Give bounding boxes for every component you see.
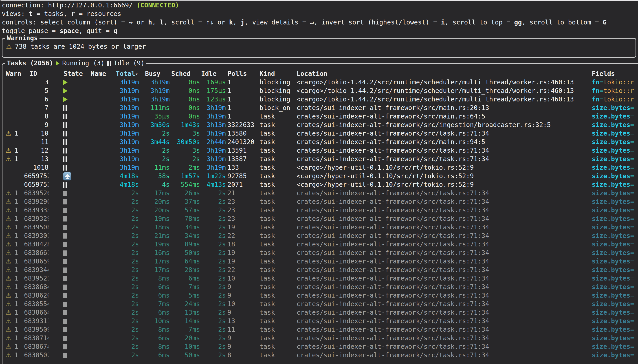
task-row[interactable]: 83h19m35µs0ns3h19m1taskcrates/sui-indexe… — [2, 112, 638, 121]
field-equals: = — [630, 121, 634, 128]
task-row[interactable]: ⚠︎168386592s17ms64ms2s19taskcrates/sui-i… — [2, 257, 638, 266]
stopped-icon — [63, 319, 67, 324]
task-row[interactable]: ⚠︎168386612s16ms50ms2s19taskcrates/sui-i… — [2, 249, 638, 257]
column-header-idle[interactable]: Idle — [201, 70, 217, 78]
help-header: connection: http://127.0.0.1:6669/ (CONN… — [2, 1, 606, 35]
cell-idle: 2s — [200, 274, 226, 283]
column-header-sched[interactable]: Sched — [171, 70, 190, 78]
cell-fields: size.bytes= — [592, 172, 638, 180]
task-row[interactable]: 66597524m18s58s1m57s1m22s92785task<cargo… — [2, 172, 638, 180]
column-header-warn[interactable]: Warn — [6, 70, 21, 78]
column-header-state[interactable]: State — [64, 70, 83, 78]
task-row[interactable]: 66597534m18s4s554ms4m13s2071task<cargo>/… — [2, 180, 638, 189]
task-row[interactable]: ⚠︎168392902s20ms37ms2s23taskcrates/sui-i… — [2, 198, 638, 206]
duration-total: 2s — [131, 258, 139, 265]
task-row[interactable]: ⚠︎168393292s19ms78ms2s23taskcrates/sui-i… — [2, 214, 638, 223]
task-row[interactable]: 93h19m3m30s1m43s3h13m3322633taskcrates/s… — [2, 121, 638, 129]
column-header-kind[interactable]: Kind — [260, 70, 275, 78]
warn-count: 1 — [14, 283, 18, 291]
cell-state — [48, 283, 76, 291]
cell-warn: ⚠︎1 — [2, 326, 24, 334]
cell-sched: 554ms — [170, 180, 200, 189]
cell-kind: task — [260, 266, 296, 274]
column-header-id[interactable]: ID — [30, 70, 37, 78]
task-row[interactable]: ⚠︎168393332s20ms57ms2s23taskcrates/sui-i… — [2, 206, 638, 214]
task-row[interactable]: ⚠︎168395212s8ms6ms2s10taskcrates/sui-ind… — [2, 274, 638, 283]
task-row[interactable]: ⚠︎168386262s6ms5ms2s9taskcrates/sui-inde… — [2, 291, 638, 300]
field-key: size.bytes — [592, 190, 630, 197]
task-row[interactable]: 33h19m3h19m0ns169µs1blocking<cargo>/toki… — [2, 78, 638, 86]
task-row[interactable]: 10183h19m11ms2ms3h19m133task<cargo>/hype… — [2, 163, 638, 172]
duration-total: 2s — [131, 206, 139, 214]
cell-state — [48, 146, 76, 155]
stopped-icon — [63, 191, 67, 196]
cell-fields: size.bytes= — [592, 198, 638, 206]
field-key: size.bytes — [592, 130, 630, 137]
task-row[interactable]: ⚠︎168385542s7ms24ms2s10taskcrates/sui-in… — [2, 300, 638, 308]
duration-total: 3h19m — [120, 121, 139, 128]
warn-count: 1 — [14, 300, 18, 308]
duration-idle: 2s — [218, 309, 226, 316]
task-row[interactable]: ⚠︎168384282s19ms89ms2s18taskcrates/sui-i… — [2, 240, 638, 249]
duration-idle: 3h19m — [206, 130, 226, 137]
cell-busy: 6ms — [139, 291, 170, 300]
cell-total: 3h19m — [97, 78, 139, 86]
duration-busy: 6ms — [158, 309, 170, 316]
task-row[interactable]: ⚠︎168393112s10ms14ms2s13taskcrates/sui-i… — [2, 317, 638, 326]
cell-busy: 6ms — [139, 334, 170, 342]
duration-idle: 3h13m — [206, 121, 226, 128]
cell-warn — [2, 121, 24, 129]
cell-polls: 13 — [226, 317, 260, 326]
cell-location: <cargo>/hyper-util-0.1.10/src/rt/tokio.r… — [296, 180, 592, 189]
stopped-icon — [63, 234, 67, 238]
column-header-polls[interactable]: Polls — [228, 70, 247, 78]
task-row[interactable]: 113h19m3m44s30m50s2h44m2401320taskcrates… — [2, 138, 638, 146]
task-row[interactable]: ⚠︎1123h19m2s3s3h19m13591taskcrates/sui-i… — [2, 146, 638, 155]
cell-sched: 10ms — [170, 342, 200, 351]
column-header-total[interactable]: Total▿ — [116, 70, 138, 78]
task-row[interactable]: 63h19m3h19m0ns123µs1blocking<cargo>/toki… — [2, 95, 638, 104]
cell-total: 3h19m — [97, 129, 139, 138]
task-row[interactable]: ⚠︎168386642s6ms13ms2s9taskcrates/sui-ind… — [2, 308, 638, 317]
task-row[interactable]: ⚠︎168395082s18ms34ms2s19taskcrates/sui-i… — [2, 223, 638, 232]
cell-state — [48, 308, 76, 317]
pause-quit-line: toggle pause = space, quit = q — [2, 27, 606, 35]
task-row[interactable]: ⚠︎168395262s17ms26ms2s21taskcrates/sui-i… — [2, 189, 638, 198]
warn-count: 1 — [14, 198, 18, 206]
task-row[interactable]: 73h19m111ms0ns3h19m1block_oncrates/sui-i… — [2, 104, 638, 112]
task-row[interactable]: ⚠︎168386842s6ms7ms2s9taskcrates/sui-inde… — [2, 283, 638, 291]
text-segment: , — [152, 19, 160, 26]
duration-sched: 1m43s — [181, 121, 200, 128]
cell-busy: 8ms — [139, 342, 170, 351]
cell-location: crates/sui-indexer-alt-framework/src/tas… — [296, 351, 592, 360]
field-equals: = — [630, 317, 634, 325]
task-row[interactable]: ⚠︎168385022s6ms50ms2s8taskcrates/sui-ind… — [2, 351, 638, 360]
duration-total: 2s — [131, 215, 139, 222]
task-row[interactable]: ⚠︎168387142s6ms20ms2s9taskcrates/sui-ind… — [2, 334, 638, 342]
column-header-name[interactable]: Name — [91, 70, 106, 78]
cell-fields: fn=tokio::r — [592, 86, 638, 95]
field-key: size.bytes — [592, 283, 630, 290]
idle-icon — [63, 148, 67, 154]
column-header-fields[interactable]: Fields — [592, 70, 615, 78]
task-row[interactable]: ⚠︎168386742s8ms10ms2s9taskcrates/sui-ind… — [2, 342, 638, 351]
warn-count: 1 — [14, 146, 18, 155]
column-header-busy[interactable]: Busy — [145, 70, 160, 78]
task-row[interactable]: ⚠︎1103h19m2s3s3h19m13580taskcrates/sui-i… — [2, 129, 638, 138]
cell-polls: 23 — [226, 214, 260, 223]
cell-name — [76, 326, 97, 334]
column-header-location[interactable]: Location — [296, 70, 327, 78]
idle-icon — [63, 139, 67, 145]
cell-fields: size.bytes= — [592, 112, 638, 121]
duration-busy: 3h19m — [150, 87, 170, 94]
stopped-icon — [63, 259, 67, 264]
cell-fields: size.bytes= — [592, 206, 638, 214]
task-row[interactable]: ⚠︎168393012s21ms34ms2s22taskcrates/sui-i… — [2, 232, 638, 240]
task-row[interactable]: ⚠︎168395092s8ms7ms2s11taskcrates/sui-ind… — [2, 326, 638, 334]
task-row[interactable]: ⚠︎1133h19m2s2s3h19m13587taskcrates/sui-i… — [2, 155, 638, 163]
field-key: size.bytes — [592, 181, 630, 188]
cell-state — [48, 180, 76, 189]
field-key: size.bytes — [592, 172, 630, 180]
task-row[interactable]: 53h19m3h19m0ns175µs1blocking<cargo>/toki… — [2, 86, 638, 95]
task-row[interactable]: ⚠︎168393442s17ms28ms2s22taskcrates/sui-i… — [2, 266, 638, 274]
